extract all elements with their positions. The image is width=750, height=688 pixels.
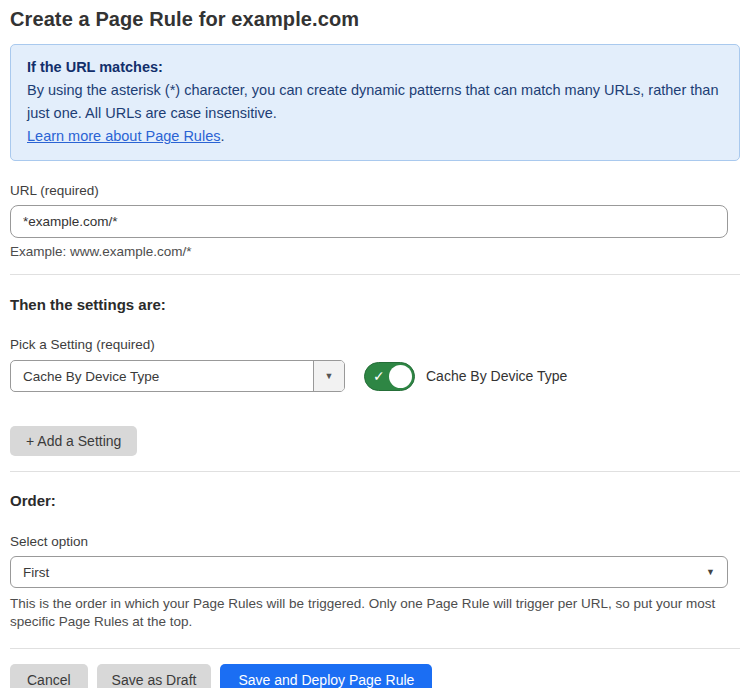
info-banner: If the URL matches: By using the asteris… (10, 44, 740, 161)
divider (10, 648, 740, 649)
footer-actions: Cancel Save as Draft Save and Deploy Pag… (10, 664, 740, 688)
learn-more-link[interactable]: Learn more about Page Rules (27, 128, 220, 144)
save-deploy-button[interactable]: Save and Deploy Page Rule (220, 664, 432, 688)
order-select-label: Select option (10, 534, 740, 549)
add-setting-button[interactable]: + Add a Setting (10, 426, 137, 456)
order-select[interactable]: First ▼ (10, 556, 728, 588)
chevron-down-icon: ▼ (706, 567, 715, 577)
setting-toggle[interactable]: ✓ (364, 362, 415, 391)
info-banner-heading: If the URL matches: (27, 56, 723, 79)
divider (10, 274, 740, 275)
order-section-heading: Order: (10, 492, 740, 509)
order-select-value: First (23, 565, 706, 580)
link-suffix: . (220, 128, 224, 144)
setting-select-value: Cache By Device Type (11, 361, 313, 391)
cancel-button[interactable]: Cancel (10, 664, 88, 688)
save-draft-button[interactable]: Save as Draft (97, 664, 212, 688)
setting-select-arrow-button[interactable]: ▼ (313, 361, 344, 391)
order-helper-text: This is the order in which your Page Rul… (10, 595, 730, 630)
setting-select[interactable]: Cache By Device Type ▼ (10, 360, 345, 392)
setting-toggle-label: Cache By Device Type (426, 368, 567, 384)
page-title: Create a Page Rule for example.com (10, 8, 740, 31)
setting-picker-label: Pick a Setting (required) (10, 337, 740, 352)
info-banner-link-line: Learn more about Page Rules. (27, 125, 723, 148)
info-banner-body: By using the asterisk (*) character, you… (27, 79, 723, 125)
url-helper-text: Example: www.example.com/* (10, 244, 740, 259)
setting-row: Cache By Device Type ▼ ✓ Cache By Device… (10, 360, 740, 392)
url-input[interactable] (10, 205, 728, 238)
settings-section-heading: Then the settings are: (10, 296, 740, 313)
divider (10, 471, 740, 472)
chevron-down-icon: ▼ (325, 371, 334, 381)
url-label: URL (required) (10, 183, 740, 198)
toggle-knob (389, 365, 412, 388)
check-icon: ✓ (373, 369, 385, 383)
